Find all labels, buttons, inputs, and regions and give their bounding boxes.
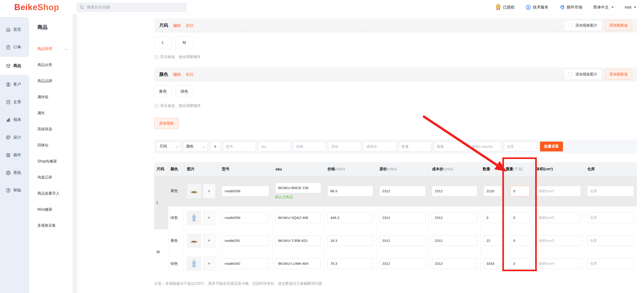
- delete-link[interactable]: 删除: [186, 72, 194, 77]
- batch-quantity-input[interactable]: [398, 142, 432, 151]
- warehouse-input[interactable]: [587, 235, 634, 246]
- batch-origin-price-input[interactable]: [328, 142, 361, 151]
- add-spec-button[interactable]: 添加规格: [154, 118, 178, 129]
- batch-warehouse-input[interactable]: [504, 142, 537, 151]
- color-chip[interactable]: 黄色: [154, 86, 172, 97]
- search-input[interactable]: [87, 5, 184, 10]
- sidebar-item-help[interactable]: 帮助: [0, 182, 29, 199]
- submenu-item-product-management[interactable]: 商品管理 →: [38, 41, 73, 57]
- user-menu[interactable]: root: [625, 5, 636, 10]
- global-search[interactable]: [76, 2, 187, 12]
- submenu-item-attributes[interactable]: 属性: [38, 105, 73, 121]
- submenu-item-inquiry-records[interactable]: 询盘记录: [38, 169, 73, 185]
- sidebar-item-products[interactable]: 商品: [0, 57, 29, 75]
- sidebar-item-system[interactable]: 系统: [0, 164, 29, 182]
- volume-input[interactable]: [536, 258, 581, 269]
- submenu-item-advanced-filter[interactable]: 高级筛选: [38, 121, 73, 137]
- cost-price-input[interactable]: [432, 213, 477, 223]
- sku-input[interactable]: [275, 235, 321, 246]
- dress-product-photo[interactable]: [187, 211, 201, 225]
- weight-input[interactable]: [510, 235, 530, 246]
- origin-price-input[interactable]: [379, 235, 426, 246]
- quantity-input[interactable]: [484, 213, 502, 223]
- sidebar-item-customers[interactable]: 客户: [0, 75, 29, 93]
- submenu-item-bulk-import[interactable]: 商品批量导入: [38, 185, 73, 201]
- submenu-item-shopify-migrate[interactable]: Shopify搬家: [38, 153, 73, 169]
- cost-price-input[interactable]: [432, 186, 477, 196]
- hat-product-photo[interactable]: [187, 234, 201, 248]
- size-select[interactable]: 尺码: [156, 142, 181, 151]
- dress-product-photo[interactable]: [187, 257, 201, 271]
- volume-input[interactable]: [536, 213, 581, 223]
- price-input[interactable]: [328, 258, 373, 269]
- warehouse-input[interactable]: [587, 186, 634, 196]
- price-input[interactable]: [328, 213, 373, 223]
- sku-input[interactable]: [275, 183, 321, 193]
- plugin-market-link[interactable]: 插件市场: [560, 4, 582, 10]
- quantity-input[interactable]: [484, 235, 502, 246]
- add-filter-button[interactable]: +: [210, 142, 221, 151]
- volume-input[interactable]: [536, 235, 581, 246]
- color-chip[interactable]: 绿色: [176, 86, 193, 97]
- add-spec-image-toggle[interactable]: 添加规格图片: [564, 69, 602, 80]
- model-input[interactable]: [222, 186, 269, 196]
- batch-volume-input[interactable]: [469, 142, 502, 151]
- warehouse-input[interactable]: [587, 213, 634, 223]
- model-input[interactable]: [222, 213, 269, 223]
- checkbox-icon[interactable]: [568, 72, 572, 76]
- language-switcher[interactable]: 简体中文: [593, 4, 614, 10]
- model-input[interactable]: [222, 258, 269, 269]
- quantity-input[interactable]: [484, 258, 502, 269]
- sidebar-item-plugins[interactable]: 插件: [0, 146, 29, 164]
- tech-service-link[interactable]: 技术服务: [526, 4, 548, 10]
- edit-link[interactable]: 编辑: [173, 23, 181, 28]
- origin-price-input[interactable]: [379, 186, 426, 196]
- batch-sku-input[interactable]: [258, 142, 291, 151]
- quantity-input[interactable]: [484, 186, 502, 196]
- size-chip[interactable]: M: [176, 37, 193, 48]
- cost-price-input[interactable]: [432, 235, 477, 246]
- batch-weight-input[interactable]: [434, 142, 466, 151]
- add-spec-value-button[interactable]: 添加规格值: [605, 20, 632, 31]
- price-input[interactable]: [328, 235, 373, 246]
- add-spec-value-button[interactable]: 添加规格值: [605, 69, 632, 80]
- batch-set-button[interactable]: 批量设置: [540, 142, 563, 151]
- add-image-button[interactable]: +: [203, 184, 215, 198]
- origin-price-input[interactable]: [379, 258, 426, 269]
- add-image-button[interactable]: +: [203, 211, 215, 225]
- sidebar-item-articles[interactable]: 文章: [0, 93, 29, 111]
- color-select[interactable]: 颜色: [183, 142, 208, 151]
- submenu-item-brands[interactable]: 商品品牌: [38, 73, 73, 89]
- submenu-item-attribute-groups[interactable]: 属性组: [38, 89, 73, 105]
- model-input[interactable]: [222, 235, 269, 246]
- sidebar-item-home[interactable]: 首页: [0, 21, 29, 38]
- size-chip[interactable]: L: [154, 37, 172, 48]
- add-image-button[interactable]: +: [203, 257, 215, 271]
- hat-product-photo[interactable]: [187, 184, 201, 198]
- checkbox-icon[interactable]: [568, 23, 572, 27]
- price-input[interactable]: [328, 186, 373, 196]
- license-status[interactable]: 已授权: [496, 4, 515, 10]
- warehouse-input[interactable]: [587, 258, 634, 269]
- batch-model-input[interactable]: [223, 142, 256, 151]
- submenu-item-recycle-bin[interactable]: 回收站: [38, 137, 73, 153]
- sidebar-item-orders[interactable]: 订单: [0, 38, 29, 56]
- submenu-scrollbar[interactable]: [73, 15, 76, 293]
- weight-input[interactable]: [510, 186, 530, 196]
- weight-input[interactable]: [510, 213, 530, 223]
- sku-input[interactable]: [275, 258, 321, 269]
- batch-price-input[interactable]: [293, 142, 326, 151]
- edit-link[interactable]: 编辑: [173, 72, 181, 77]
- cost-price-input[interactable]: [432, 258, 477, 269]
- add-spec-image-toggle[interactable]: 添加规格图片: [564, 20, 602, 31]
- volume-input[interactable]: [536, 186, 581, 196]
- delete-link[interactable]: 删除: [186, 23, 194, 28]
- batch-cost-price-input[interactable]: [364, 142, 396, 151]
- sidebar-item-reports[interactable]: 报表: [0, 111, 29, 128]
- submenu-item-categories[interactable]: 商品分类: [38, 57, 73, 73]
- add-image-button[interactable]: +: [203, 234, 215, 248]
- weight-input[interactable]: [510, 258, 530, 269]
- origin-price-input[interactable]: [379, 213, 426, 223]
- submenu-item-woo-migrate[interactable]: Woo搬家: [38, 201, 73, 218]
- submenu-item-multi-spec-collect[interactable]: 多规格采集: [38, 218, 73, 234]
